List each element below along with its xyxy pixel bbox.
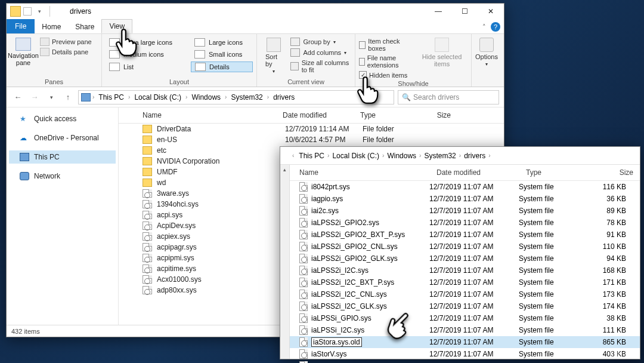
breadcrumb-item[interactable]: Local Disk (C:) [132, 93, 184, 101]
search-input[interactable]: 🔍 Search drivers [398, 90, 499, 104]
qat-item[interactable] [23, 7, 32, 16]
status-item-count: 432 items [11, 328, 40, 335]
file-row[interactable]: iaLPSS2i_GPIO2_GLK.sys12/7/2019 11:07 AM… [290, 253, 640, 264]
file-row[interactable]: en-US10/6/2021 4:57 PMFile folder [119, 134, 504, 145]
layout-list[interactable]: List [106, 61, 182, 72]
column-header-name[interactable]: Name [299, 168, 436, 177]
file-icon [143, 222, 152, 230]
add-columns-button[interactable]: Add columns ▾ [290, 48, 351, 57]
maximize-button[interactable]: ☐ [451, 4, 478, 19]
file-row[interactable]: iaLPSS2i_I2C_CNL.sys12/7/2019 11:07 AMSy… [290, 288, 640, 300]
file-row[interactable]: iaLPSSi_I2C.sys12/7/2019 11:07 AMSystem … [290, 324, 640, 336]
breadcrumb-item[interactable]: System32 [422, 152, 458, 160]
file-row[interactable]: iaLPSS2i_GPIO2_CNL.sys12/7/2019 11:07 AM… [290, 241, 640, 253]
file-row[interactable]: DriverData12/7/2019 11:14 AMFile folder [119, 124, 504, 134]
scroll-up-icon[interactable]: ▴ [280, 165, 289, 174]
breadcrumb-item[interactable]: System32 [228, 93, 265, 101]
preview-pane-button[interactable]: Preview pane [40, 38, 92, 46]
breadcrumb-item[interactable]: This PC [296, 152, 327, 160]
file-row[interactable]: iaLPSSi_GPIO.sys12/7/2019 11:07 AMSystem… [290, 312, 640, 324]
sort-by-button[interactable]: Sort by▾ [261, 35, 287, 76]
window-title: drivers [66, 7, 91, 16]
column-header-type[interactable]: Type [360, 111, 415, 119]
file-row[interactable]: iagpio.sys12/7/2019 11:07 AMSystem file3… [290, 193, 640, 205]
back-button[interactable]: ← [11, 91, 24, 104]
tab-file[interactable]: File [7, 19, 35, 33]
breadcrumb[interactable]: › This PC› Local Disk (C:)› Windows› Sys… [78, 90, 394, 104]
hidden-items-checkbox[interactable]: ✓Hidden items [359, 71, 411, 79]
layout-large[interactable]: Large icons [191, 38, 253, 47]
help-icon[interactable]: ? [491, 22, 500, 32]
item-checkboxes-checkbox[interactable]: Item check boxes [359, 38, 411, 52]
column-header-name[interactable]: Name [143, 111, 283, 119]
file-row[interactable]: iaLPSS2i_I2C_GLK.sys12/7/2019 11:07 AMSy… [290, 300, 640, 312]
file-icon [299, 290, 308, 299]
file-icon [143, 232, 152, 241]
navigation-pane[interactable]: ★Quick access ☁OneDrive - Personal This … [7, 107, 119, 325]
breadcrumb-item[interactable]: Windows [385, 152, 419, 160]
folder-icon [143, 136, 152, 144]
layout-small[interactable]: Small icons [191, 50, 253, 59]
collapse-ribbon-icon[interactable]: ˄ [478, 21, 491, 33]
hide-selected-button[interactable]: Hide selected items [416, 35, 467, 79]
pc-icon [81, 93, 91, 101]
breadcrumb-item[interactable]: drivers [271, 93, 297, 101]
file-rows: i8042prt.sys12/7/2019 11:07 AMSystem fil… [290, 181, 640, 363]
options-button[interactable]: Options▾ [475, 35, 498, 69]
breadcrumb[interactable]: ‹ This PC› Local Disk (C:)› Windows› Sys… [280, 147, 640, 165]
navitem-quick-access[interactable]: ★Quick access [9, 112, 116, 125]
breadcrumb-item[interactable]: drivers [462, 152, 488, 160]
column-header-size[interactable]: Size [592, 168, 633, 177]
file-extensions-checkbox[interactable]: File name extensions [359, 54, 411, 69]
size-columns-button[interactable]: Size all columns to fit [290, 59, 351, 73]
layout-medium[interactable]: Medium icons [106, 50, 182, 59]
file-icon [299, 278, 308, 287]
qat-dropdown-icon[interactable]: ▾ [34, 6, 45, 17]
navigation-pane-button[interactable]: Navigation pane [10, 35, 36, 69]
file-icon [143, 211, 152, 219]
navitem-network[interactable]: Network [9, 170, 116, 183]
column-header-date[interactable]: Date modified [436, 168, 526, 177]
forward-button[interactable]: → [28, 91, 41, 104]
column-header-date[interactable]: Date modified [283, 111, 360, 119]
file-row[interactable]: ibbus.sys12/7/2019 11:07 AMSystem file52… [290, 360, 640, 363]
file-row[interactable]: iai2c.sys12/7/2019 11:07 AMSystem file89… [290, 205, 640, 217]
minimize-button[interactable]: — [425, 4, 451, 19]
group-label-panes: Panes [10, 77, 98, 85]
tab-home[interactable]: Home [35, 20, 68, 33]
navitem-onedrive[interactable]: ☁OneDrive - Personal [9, 131, 116, 144]
ribbon: Navigation pane Preview pane Details pan… [7, 33, 504, 87]
layout-extra-large[interactable]: Extra large icons [106, 38, 182, 47]
group-by-button[interactable]: Group by ▾ [290, 38, 351, 46]
star-icon: ★ [20, 115, 29, 123]
details-pane-button[interactable]: Details pane [40, 48, 92, 56]
scrollbar[interactable]: ▴ [280, 165, 290, 359]
recent-locations-button[interactable]: ▾ [45, 91, 58, 104]
file-row[interactable]: iaLPSS2i_GPIO2.sys12/7/2019 11:07 AMSyst… [290, 217, 640, 229]
breadcrumb-item[interactable]: This PC [96, 93, 126, 101]
file-row[interactable]: i8042prt.sys12/7/2019 11:07 AMSystem fil… [290, 181, 640, 193]
file-row[interactable]: iaLPSS2i_I2C.sys12/7/2019 11:07 AMSystem… [290, 264, 640, 276]
file-row[interactable]: iaLPSS2i_GPIO2_BXT_P.sys12/7/2019 11:07 … [290, 229, 640, 241]
up-button[interactable]: ↑ [61, 91, 75, 104]
titlebar[interactable]: ▾ drivers — ☐ ✕ [7, 4, 504, 19]
folder-icon [143, 157, 152, 165]
file-icon [299, 325, 308, 335]
layout-details[interactable]: Details [191, 61, 253, 72]
column-header-type[interactable]: Type [526, 168, 592, 177]
breadcrumb-item[interactable]: Windows [189, 93, 223, 101]
chevron-right-icon[interactable]: › [92, 94, 95, 100]
file-row[interactable]: iaStora.sys.old12/7/2019 11:07 AMSystem … [290, 336, 640, 348]
folder-icon [143, 179, 152, 187]
navitem-this-pc[interactable]: This PC [9, 150, 116, 164]
tab-view[interactable]: View [101, 19, 132, 33]
file-row[interactable]: iaLPSS2i_I2C_BXT_P.sys12/7/2019 11:07 AM… [290, 276, 640, 288]
breadcrumb-item[interactable]: Local Disk (C:) [330, 152, 382, 160]
file-icon [143, 264, 152, 273]
folder-icon [143, 146, 152, 155]
group-label-current-view: Current view [261, 77, 351, 85]
close-button[interactable]: ✕ [478, 4, 504, 19]
address-bar-row: ← → ▾ ↑ › This PC› Local Disk (C:)› Wind… [7, 87, 504, 107]
tab-share[interactable]: Share [68, 20, 101, 33]
column-header-size[interactable]: Size [415, 111, 451, 119]
